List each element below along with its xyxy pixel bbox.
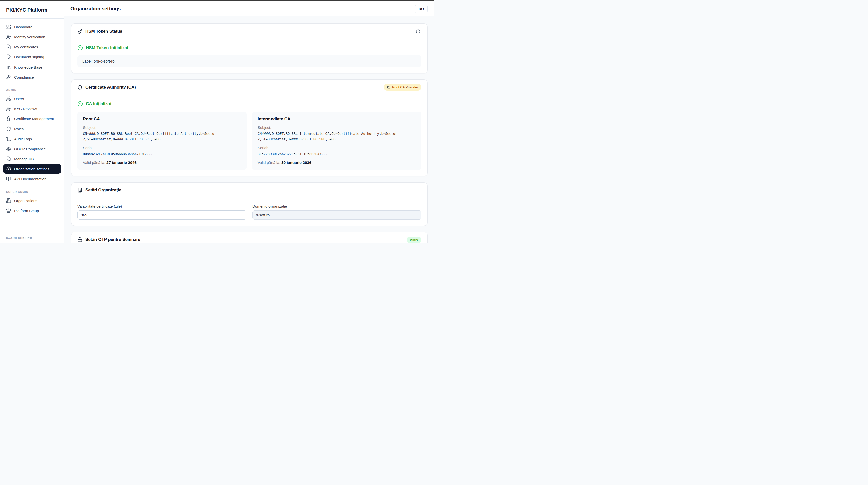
certificate-authority-card: Certificate Authority (CA) Root CA Provi… bbox=[71, 79, 428, 176]
sidebar-item-label: Document signing bbox=[14, 55, 44, 59]
sidebar-item-label: Organizations bbox=[14, 199, 37, 203]
ca-card-body: CA Inițializat Root CA Subject: CN=WWW.D… bbox=[71, 95, 428, 176]
intermediate-ca-valid-row: Valid până la: 30 ianuarie 2036 bbox=[258, 160, 416, 165]
sidebar-item-label: Users bbox=[14, 97, 24, 101]
user-check-icon bbox=[6, 34, 11, 39]
sidebar-item-label: API Documentation bbox=[14, 177, 46, 181]
sidebar-item-gdpr-compliance[interactable]: GDPR Compliance bbox=[3, 144, 61, 154]
root-ca-serial-label: Serial: bbox=[83, 146, 241, 150]
org-card-title: Setări Organizație bbox=[85, 188, 121, 193]
scroll-icon bbox=[6, 136, 11, 141]
sidebar-item-dashboard[interactable]: Dashboard bbox=[3, 22, 61, 32]
organization-domain-input bbox=[252, 211, 422, 220]
sidebar-item-manage-kb[interactable]: Manage KB bbox=[3, 154, 61, 164]
intermediate-ca-valid-value: 30 ianuarie 2036 bbox=[281, 160, 311, 165]
dashboard-icon bbox=[6, 24, 11, 29]
crown-icon bbox=[387, 86, 390, 89]
refresh-button[interactable] bbox=[415, 28, 422, 35]
certificate-validity-input[interactable] bbox=[78, 211, 246, 220]
page-title: Organization settings bbox=[70, 6, 121, 11]
sidebar-item-my-certificates[interactable]: My certificates bbox=[3, 42, 61, 52]
book-open-icon bbox=[6, 176, 11, 182]
sidebar-item-label: My certificates bbox=[14, 45, 38, 49]
sidebar-item-label: Audit Logs bbox=[14, 137, 32, 141]
root-ca-valid-row: Valid până la: 27 ianuarie 2046 bbox=[83, 160, 241, 165]
main-area: Organization settings RO HSM Token Statu… bbox=[64, 1, 434, 243]
hsm-token-label: Label: org-d-soft-ro bbox=[78, 55, 422, 67]
file-pen-icon bbox=[6, 55, 11, 60]
sidebar: PKI/KYC Platform Dashboard Identity veri… bbox=[0, 1, 64, 243]
hsm-card-body: HSM Token Inițializat Label: org-d-soft-… bbox=[71, 39, 428, 73]
ca-card-title: Certificate Authority (CA) bbox=[85, 85, 136, 90]
otp-settings-card: Setări OTP pentru Semnare Activ bbox=[71, 232, 428, 243]
refresh-icon bbox=[416, 29, 421, 34]
key-icon bbox=[78, 29, 82, 34]
hsm-token-status-card: HSM Token Status HSM Token Inițializat L… bbox=[71, 23, 428, 73]
sidebar-header: PKI/KYC Platform bbox=[0, 1, 64, 19]
certificate-validity-field-group: Valabilitate certificate (zile) bbox=[78, 204, 246, 220]
lock-icon bbox=[78, 237, 82, 242]
building-2-icon bbox=[6, 198, 11, 203]
sidebar-item-knowledge-base[interactable]: Knowledge Base bbox=[3, 62, 61, 72]
sidebar-item-label: Manage KB bbox=[14, 157, 34, 161]
root-ca-subject-value: CN=WWW.D-SOFT.RO SRL Root CA,OU=Root Cer… bbox=[83, 131, 241, 142]
users-icon bbox=[6, 96, 11, 101]
page-header: Organization settings RO bbox=[64, 1, 434, 16]
root-ca-subject-label: Subject: bbox=[83, 125, 241, 130]
intermediate-ca-title: Intermediate CA bbox=[258, 117, 416, 122]
sidebar-item-api-documentation[interactable]: API Documentation bbox=[3, 174, 61, 184]
intermediate-ca-subject-value: CN=WWW.D-SOFT.RO SRL Intermediate CA,OU=… bbox=[258, 131, 416, 142]
app-title: PKI/KYC Platform bbox=[6, 7, 48, 13]
sidebar-item-compliance[interactable]: Compliance bbox=[3, 72, 61, 82]
crown-icon bbox=[6, 208, 11, 213]
shield-icon bbox=[78, 85, 82, 90]
sidebar-item-certificate-management[interactable]: Certificate Management bbox=[3, 114, 61, 124]
hsm-card-header: HSM Token Status bbox=[71, 24, 428, 39]
hsm-status-row: HSM Token Inițializat bbox=[78, 45, 422, 51]
sidebar-item-document-signing[interactable]: Document signing bbox=[3, 52, 61, 62]
language-button[interactable]: RO bbox=[415, 4, 428, 13]
sidebar-item-identity-verification[interactable]: Identity verification bbox=[3, 32, 61, 42]
check-circle-icon bbox=[78, 45, 83, 51]
check-circle-icon bbox=[78, 101, 83, 107]
root-ca-valid-value: 27 ianuarie 2046 bbox=[106, 160, 136, 165]
sidebar-section-super-admin: SUPER ADMIN bbox=[6, 190, 61, 193]
sidebar-item-label: Certificate Management bbox=[14, 117, 54, 121]
sidebar-section-pagini-publice: PAGINI PUBLICE bbox=[6, 237, 61, 240]
root-ca-provider-badge-label: Root CA Provider bbox=[392, 85, 418, 89]
scale-icon bbox=[6, 147, 11, 151]
organization-settings-card: Setări Organizație Valabilitate certific… bbox=[71, 182, 428, 226]
org-card-body: Valabilitate certificate (zile) Domeniu … bbox=[71, 198, 428, 226]
otp-active-badge: Activ bbox=[407, 237, 422, 243]
sidebar-item-audit-logs[interactable]: Audit Logs bbox=[3, 134, 61, 143]
sidebar-item-label: Organization settings bbox=[14, 167, 50, 171]
root-ca-box: Root CA Subject: CN=WWW.D-SOFT.RO SRL Ro… bbox=[78, 112, 247, 170]
otp-card-header: Setări OTP pentru Semnare Activ bbox=[71, 232, 428, 243]
shield-icon bbox=[6, 126, 11, 131]
sidebar-item-organization-settings[interactable]: Organization settings bbox=[3, 164, 61, 174]
file-edit-icon bbox=[6, 156, 11, 161]
library-icon bbox=[6, 65, 11, 69]
org-settings-form: Valabilitate certificate (zile) Domeniu … bbox=[78, 204, 422, 220]
building-icon bbox=[78, 188, 82, 193]
sidebar-item-users[interactable]: Users bbox=[3, 94, 61, 103]
sidebar-item-kyc-reviews[interactable]: KYC Reviews bbox=[3, 104, 61, 114]
sidebar-item-label: Roles bbox=[14, 127, 24, 131]
ca-card-header: Certificate Authority (CA) Root CA Provi… bbox=[71, 79, 428, 95]
sidebar-item-label: Compliance bbox=[14, 75, 34, 79]
intermediate-ca-valid-label: Valid până la: bbox=[258, 160, 280, 165]
hsm-card-title: HSM Token Status bbox=[85, 29, 122, 34]
root-ca-valid-label: Valid până la: bbox=[83, 160, 105, 165]
user-check-icon bbox=[6, 106, 11, 111]
sidebar-item-label: Dashboard bbox=[14, 25, 32, 29]
root-ca-serial-value: D0848232F74F0E05DA66B63A86471912... bbox=[83, 151, 241, 157]
sidebar-item-roles[interactable]: Roles bbox=[3, 124, 61, 134]
sidebar-item-label: Knowledge Base bbox=[14, 65, 42, 69]
intermediate-ca-serial-value: 3E5228D30F26A2322E5C31F1068B3D47... bbox=[258, 151, 416, 157]
ca-status-row: CA Inițializat bbox=[78, 101, 422, 107]
sidebar-item-platform-setup[interactable]: Platform Setup bbox=[3, 206, 61, 216]
sidebar-item-organizations[interactable]: Organizations bbox=[3, 196, 61, 205]
org-card-header: Setări Organizație bbox=[71, 183, 428, 198]
organization-domain-label: Domeniu organizație bbox=[252, 204, 422, 208]
certificate-validity-label: Valabilitate certificate (zile) bbox=[78, 204, 246, 208]
